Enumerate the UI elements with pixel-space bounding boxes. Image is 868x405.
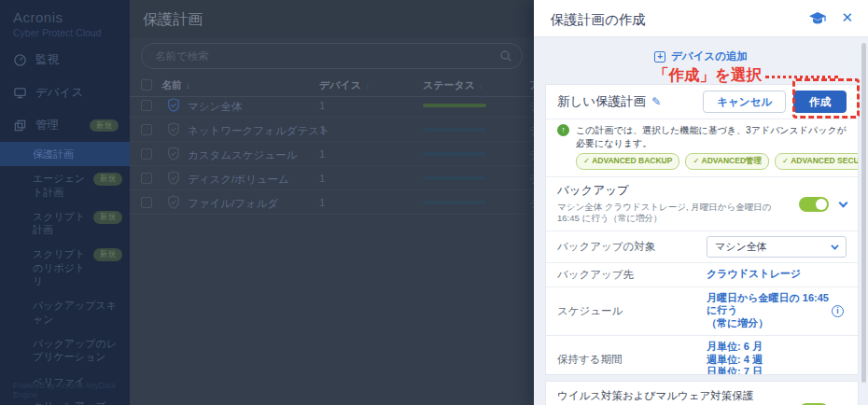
row-checkbox[interactable] [141, 197, 152, 208]
upsell-arrow-icon: ↑ [557, 124, 569, 136]
monitor-icon [13, 86, 27, 100]
setting-row-retention: 保持する期間 月単位: 6 月 週単位: 4 週 日単位: 7 日 [546, 335, 858, 375]
new-badge: 新規 [93, 211, 122, 224]
sidebar-subitem-script-plans[interactable]: スクリプト計画 新規 [0, 204, 130, 243]
table-row[interactable]: ファイル/フォルダ 1 デ [130, 190, 534, 215]
row-checkbox[interactable] [141, 148, 152, 160]
backup-section-summary: マシン全体 クラウドストレージ, 月曜日から金曜日の 16:45 に行う（常に増… [557, 202, 791, 225]
status-bar [423, 104, 486, 107]
annotation-text: 「作成」を選択 [653, 65, 762, 86]
sidebar-item-label: デバイス [35, 85, 83, 101]
table-row[interactable]: カスタムスケジュール 1 デ [130, 142, 534, 166]
sidebar: Acronis Cyber Protect Cloud 監視 デバイス 管理 新… [0, 0, 130, 405]
cancel-button[interactable]: キャンセル [703, 91, 786, 113]
sidebar-item-label: 管理 [35, 118, 59, 133]
backup-toggle[interactable] [799, 197, 829, 212]
shield-check-icon [167, 171, 180, 186]
sidebar-item-monitoring[interactable]: 監視 [0, 44, 130, 77]
backup-section-title: バックアップ [557, 183, 791, 199]
notice-text: この計画では、選択した機能に基づき、3アドバンスドパックが必要になります。 [576, 124, 847, 149]
shield-check-icon [167, 98, 180, 113]
check-icon: ✓ [782, 156, 789, 165]
sidebar-subitem-label: スクリプトのリポジトリ [33, 247, 89, 287]
antivirus-title: ウイルス対策およびマルウェア対策保護 [557, 389, 791, 404]
sidebar-subitem-label: バックアップのレプリケーション [33, 337, 122, 364]
schedule-link[interactable]: 月曜日から金曜日の 16:45 に行う （常に増分） [707, 292, 832, 330]
table-row[interactable]: ネットワークフォルダテスト 1 デ [130, 118, 534, 142]
plan-name: マシン全体 [188, 100, 242, 114]
plan-name: カスタムスケジュール [188, 148, 297, 162]
sort-icon: ↓ [479, 80, 483, 91]
search-icon[interactable] [499, 49, 512, 63]
sidebar-subitem-label: クリーンアップ [33, 399, 106, 405]
powered-by-text: Powered by Acronis AnyData Engine [13, 381, 130, 399]
plan-name-title: 新しい保護計画 ✎ [557, 93, 695, 110]
backup-source-select[interactable]: マシン全体 [707, 236, 847, 258]
table-row[interactable]: ディスク/ボリューム 1 デ [130, 166, 534, 190]
sidebar-item-devices[interactable]: デバイス [0, 77, 130, 109]
sidebar-item-label: 監視 [35, 52, 59, 68]
search-box [141, 43, 523, 69]
sidebar-subitem-protection-plans[interactable]: 保護計画 [0, 142, 130, 166]
status-bar [423, 201, 486, 204]
destination-link[interactable]: クラウドストレージ [707, 268, 832, 281]
column-header-devices[interactable]: デバイス↓ [319, 78, 370, 92]
sidebar-item-management[interactable]: 管理 新規 [0, 109, 130, 142]
app-logo: Acronis Cyber Protect Cloud [0, 0, 130, 44]
check-icon: ✓ [583, 156, 590, 165]
plan-name: ネットワークフォルダテスト [188, 124, 330, 138]
sidebar-subitem-label: バックアップスキャン [33, 299, 122, 326]
backup-section-header: バックアップ マシン全体 クラウドストレージ, 月曜日から金曜日の 16:45 … [546, 176, 858, 230]
panel-scrollbar[interactable] [861, 43, 866, 383]
panel-title: 保護計画の作成 [551, 11, 646, 29]
sidebar-subitem-script-repository[interactable]: スクリプトのリポジトリ 新規 [0, 242, 130, 293]
table-row[interactable]: マシン全体 1 デ [130, 93, 534, 118]
plans-icon [13, 119, 27, 133]
plan-devices-count: 1 [319, 173, 325, 184]
plan-settings-card: 新しい保護計画 ✎ キャンセル 作成 ↑ この計画では、選択した機能に基づき、3… [545, 84, 859, 375]
chevron-down-icon[interactable] [839, 199, 848, 208]
plan-name: ディスク/ボリューム [188, 173, 289, 187]
new-badge: 新規 [93, 173, 122, 186]
status-bar [423, 176, 486, 180]
edit-icon[interactable]: ✎ [651, 95, 661, 108]
sidebar-subitem-backup-scan[interactable]: バックアップスキャン [0, 293, 130, 331]
shield-check-icon [167, 195, 180, 210]
tutorial-cap-icon[interactable] [808, 11, 827, 26]
close-icon[interactable]: ✕ [841, 9, 853, 26]
plan-devices-count: 1 [319, 124, 325, 135]
search-input[interactable] [153, 46, 490, 66]
setting-row-backup-source: バックアップの対象 マシン全体 [546, 230, 858, 262]
column-header-status[interactable]: ステータス↓ [423, 78, 483, 92]
plan-devices-count: 1 [319, 148, 325, 160]
brand-name: Acronis [13, 9, 117, 25]
shield-check-icon [167, 122, 180, 137]
info-icon[interactable]: i [832, 305, 844, 317]
row-checkbox[interactable] [141, 173, 152, 184]
add-devices-label: デバイスの追加 [671, 49, 748, 63]
sidebar-subitem-label: スクリプト計画 [33, 210, 89, 237]
check-icon: ✓ [693, 156, 699, 165]
advanced-packs-notice: ↑ この計画では、選択した機能に基づき、3アドバンスドパックが必要になります。 … [546, 119, 858, 176]
row-checkbox[interactable] [141, 124, 152, 135]
shield-check-icon [167, 147, 180, 161]
row-checkbox[interactable] [141, 100, 152, 111]
pack-pill: ✓ADVANCED管理 [685, 153, 769, 170]
sidebar-subitem-backup-replication[interactable]: バックアップのレプリケーション [0, 331, 130, 370]
protection-plans-list: 保護計画 名前↓ デバイス↓ ステータス↓ ア マシン全体 1 デ ネットワーク… [130, 0, 534, 405]
select-all-checkbox[interactable] [141, 79, 152, 91]
annotation-highlight-box [792, 78, 860, 119]
pack-pills: ✓ADVANCED BACKUP ✓ADVANCED管理 ✓ADVANCED S… [576, 153, 847, 170]
retention-link[interactable]: 月単位: 6 月 週単位: 4 週 日単位: 7 日 [707, 341, 832, 375]
plan-name: ファイル/フォルダ [188, 197, 278, 211]
status-bar [423, 152, 486, 156]
add-devices-button[interactable]: + デバイスの追加 [654, 49, 748, 63]
sort-desc-icon: ↓ [186, 80, 190, 91]
brand-product: Cyber Protect Cloud [13, 27, 117, 38]
status-bar [423, 128, 486, 132]
sidebar-subitem-agent-plans[interactable]: エージェント計画 新規 [0, 166, 130, 204]
sort-icon: ↓ [365, 80, 370, 91]
sidebar-subitem-label: 保護計画 [33, 147, 74, 161]
column-header-name[interactable]: 名前↓ [161, 78, 190, 92]
setting-row-schedule: スケジュール 月曜日から金曜日の 16:45 に行う （常に増分） i [546, 286, 858, 335]
